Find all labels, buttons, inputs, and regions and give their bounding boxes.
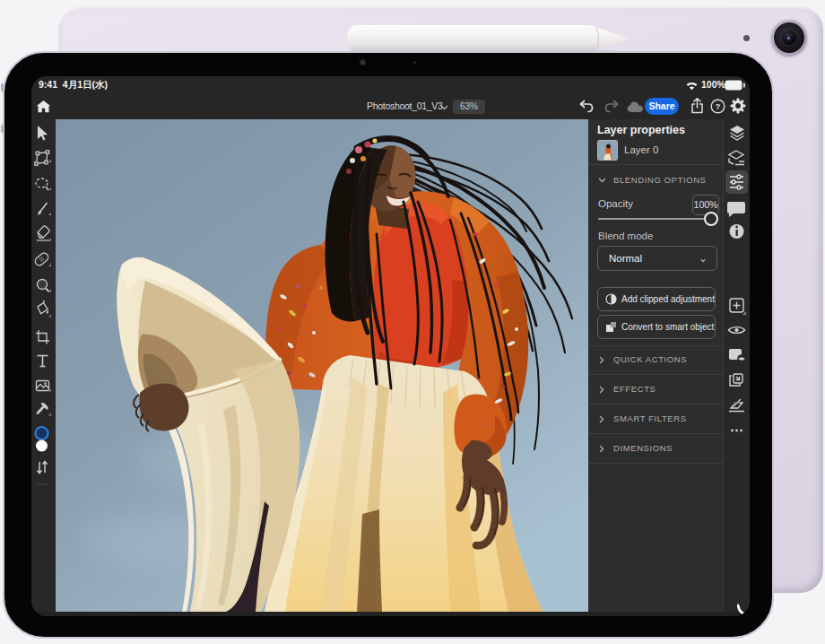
svg-text:?: ?: [716, 101, 721, 111]
